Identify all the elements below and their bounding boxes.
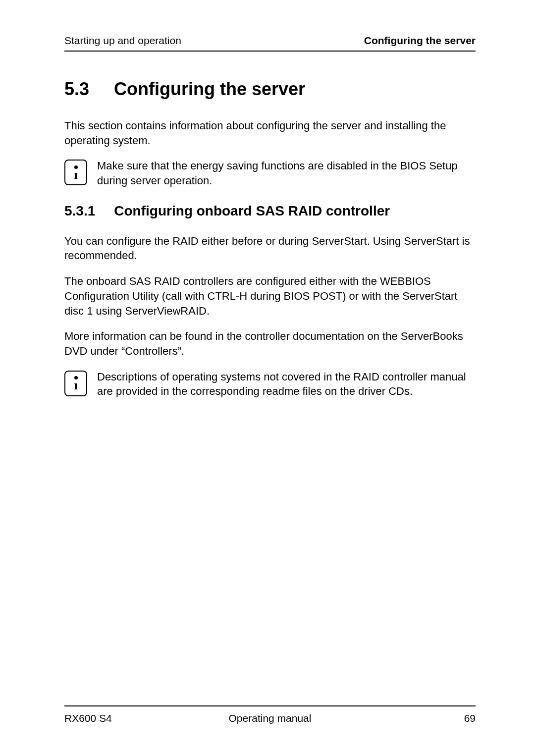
info-note-2: ı Descriptions of operating systems not … [64, 370, 476, 399]
info-note-text: Make sure that the energy saving functio… [97, 159, 476, 188]
subsection-number: 5.3.1 [64, 203, 95, 219]
section-heading: 5.3 Configuring the server [64, 79, 476, 100]
page: Starting up and operation Configuring th… [0, 0, 535, 756]
subsection-heading: 5.3.1 Configuring onboard SAS RAID contr… [64, 203, 476, 219]
footer-model: RX600 S4 [64, 712, 202, 724]
running-footer: RX600 S4 Operating manual 69 [64, 712, 476, 724]
info-icon-stem: ı [74, 170, 77, 179]
header-section: Configuring the server [364, 35, 476, 47]
info-icon: ı [64, 371, 87, 396]
section-number: 5.3 [64, 79, 89, 100]
footer-doc-title: Operating manual [202, 712, 339, 724]
section-intro: This section contains information about … [64, 118, 476, 148]
info-note-2-text: Descriptions of operating systems not co… [97, 370, 476, 399]
footer-rule [64, 705, 476, 706]
header-chapter: Starting up and operation [64, 35, 181, 47]
info-note: ı Make sure that the energy saving funct… [64, 159, 476, 188]
running-header: Starting up and operation Configuring th… [64, 35, 476, 52]
footer-page-number: 69 [338, 712, 476, 724]
subsection-para-3: More information can be found in the con… [64, 329, 476, 358]
section-title: Configuring the server [114, 79, 305, 100]
subsection-title: Configuring onboard SAS RAID controller [114, 203, 390, 219]
subsection-para-1: You can configure the RAID either before… [64, 234, 476, 263]
info-icon: ı [64, 160, 87, 185]
subsection-para-2: The onboard SAS RAID controllers are con… [64, 274, 476, 318]
info-icon-stem: ı [74, 381, 77, 390]
